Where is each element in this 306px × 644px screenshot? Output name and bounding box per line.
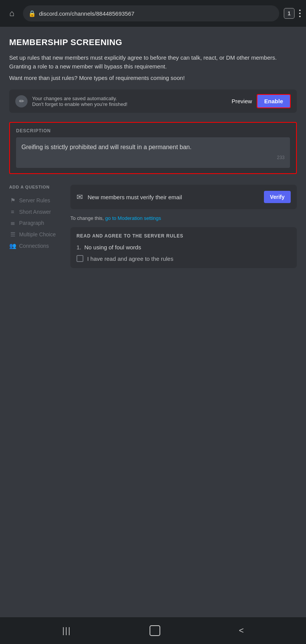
connections-icon: 👥 <box>9 242 16 249</box>
rules-card-title: READ AND AGREE TO THE SERVER RULES <box>76 233 291 239</box>
questions-section: ADD A QUESTION ⚑ Server Rules ≡ Short An… <box>9 185 297 268</box>
sidebar-item-label: Multiple Choice <box>19 231 56 237</box>
sidebar-item-label: Paragraph <box>19 220 44 226</box>
moderation-settings-link[interactable]: go to Moderation settings <box>105 215 161 221</box>
enable-button[interactable]: Enable <box>257 94 291 108</box>
sidebar-item-paragraph[interactable]: ≣ Paragraph <box>9 217 63 229</box>
browser-menu-button[interactable] <box>299 10 301 17</box>
agree-row: I have read and agree to the rules <box>76 255 291 262</box>
browser-bar: ⌂ 🔒 discord.com/channels/884485693567 1 <box>0 0 306 27</box>
description-section: DESCRIPTION Greifing is strictly prohibi… <box>9 122 297 174</box>
edit-icon: ✏ <box>15 95 28 107</box>
lock-icon: 🔒 <box>28 10 36 17</box>
autosave-text: Your changes are saved automatically. Do… <box>32 96 227 107</box>
multiple-choice-icon: ☰ <box>9 231 16 238</box>
bottom-nav-bar: ||| < <box>0 617 306 644</box>
sidebar-item-label: Server Rules <box>19 197 50 203</box>
page-description-1: Set up rules that new members must expli… <box>9 54 297 71</box>
main-content: MEMBERSHIP SCREENING Set up rules that n… <box>0 27 306 446</box>
char-count: 233 <box>21 155 285 160</box>
right-panel: ✉ New members must verify their email Ve… <box>70 185 297 268</box>
sidebar-item-label: Connections <box>19 243 49 249</box>
page-description-2: Want more than just rules? More types of… <box>9 75 297 81</box>
description-text-box[interactable]: Greifing is strictly prohibited and will… <box>16 137 290 168</box>
email-icon: ✉ <box>76 192 83 202</box>
short-answer-icon: ≡ <box>9 208 16 215</box>
email-card-text: New members must verify their email <box>88 194 259 200</box>
rule-text: No using of foul words <box>85 244 141 250</box>
sidebar-item-label: Short Answer <box>19 209 51 215</box>
browser-home-icon[interactable]: ⌂ <box>5 7 18 20</box>
autosave-actions: Preview Enable <box>231 94 291 108</box>
preview-button[interactable]: Preview <box>231 98 252 104</box>
moderation-note: To change this, go to Moderation setting… <box>70 215 297 221</box>
menu-dot <box>299 16 301 17</box>
square-icon <box>150 625 160 636</box>
sidebar-item-connections[interactable]: 👥 Connections <box>9 240 63 252</box>
menu-dot <box>299 13 301 14</box>
url-text: discord.com/channels/884485693567 <box>39 10 274 17</box>
sidebar-item-server-rules[interactable]: ⚑ Server Rules <box>9 195 63 206</box>
rule-number: 1. <box>76 244 81 250</box>
agree-text: I have read and agree to the rules <box>87 255 173 262</box>
nav-back-button[interactable]: < <box>239 626 244 636</box>
add-question-sidebar: ADD A QUESTION ⚑ Server Rules ≡ Short An… <box>9 185 63 252</box>
email-card: ✉ New members must verify their email Ve… <box>70 185 297 209</box>
page-title: MEMBERSHIP SCREENING <box>9 37 297 47</box>
spacer <box>0 446 306 618</box>
autosave-line1: Your changes are saved automatically. <box>32 96 227 101</box>
sidebar-item-short-answer[interactable]: ≡ Short Answer <box>9 206 63 217</box>
nav-home-button[interactable] <box>150 625 160 636</box>
add-question-label: ADD A QUESTION <box>9 185 63 189</box>
autosave-line2: Don't forget to enable when you're finis… <box>32 101 227 107</box>
description-label: DESCRIPTION <box>16 128 290 133</box>
paragraph-icon: ≣ <box>9 220 16 226</box>
rule-item: 1. No using of foul words <box>76 244 291 250</box>
verify-button[interactable]: Verify <box>264 191 291 203</box>
rules-card: READ AND AGREE TO THE SERVER RULES 1. No… <box>70 227 297 268</box>
flag-icon: ⚑ <box>9 197 16 204</box>
autosave-bar: ✏ Your changes are saved automatically. … <box>9 89 297 113</box>
tab-badge[interactable]: 1 <box>284 8 295 19</box>
browser-url-bar[interactable]: 🔒 discord.com/channels/884485693567 <box>23 5 279 21</box>
sidebar-item-multiple-choice[interactable]: ☰ Multiple Choice <box>9 229 63 240</box>
agree-checkbox[interactable] <box>76 255 83 262</box>
nav-menu-button[interactable]: ||| <box>62 626 71 636</box>
description-content: Greifing is strictly prohibited and will… <box>21 143 285 152</box>
menu-dot <box>299 10 301 11</box>
